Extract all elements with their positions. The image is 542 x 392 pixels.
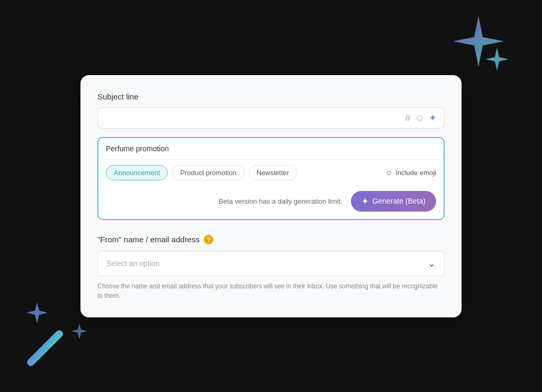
subject-line-label: Subject line bbox=[97, 92, 445, 101]
ai-tags-row: Announcement Product promotion Newslette… bbox=[98, 160, 444, 186]
emoji-face-icon: ☺ bbox=[385, 169, 392, 177]
help-icon[interactable]: ? bbox=[204, 235, 213, 244]
sparkle-icon[interactable]: ✦ bbox=[429, 113, 437, 123]
include-emoji-toggle[interactable]: ☺ Include emoji bbox=[385, 169, 436, 177]
generate-button-label: Generate (Beta) bbox=[373, 197, 426, 205]
ai-generation-box: Announcement Product promotion Newslette… bbox=[97, 137, 445, 220]
beta-note: Beta version has a daily generation limi… bbox=[219, 197, 342, 205]
from-section: "From" name / email address ? Select an … bbox=[97, 235, 445, 300]
from-hint-text: Choose the name and email address that y… bbox=[97, 281, 445, 300]
tag-newsletter[interactable]: Newsletter bbox=[249, 165, 297, 180]
main-card: Subject line # ☺ ✦ Announcement Product … bbox=[80, 75, 462, 317]
ai-text-input[interactable] bbox=[106, 144, 436, 153]
ai-footer: Beta version has a daily generation limi… bbox=[98, 186, 444, 219]
tag-announcement[interactable]: Announcement bbox=[106, 165, 168, 180]
emoji-icon[interactable]: ☺ bbox=[415, 113, 424, 123]
ai-input-row bbox=[98, 138, 444, 160]
hash-icon[interactable]: # bbox=[405, 113, 411, 123]
from-label: "From" name / email address bbox=[97, 235, 200, 244]
subject-input[interactable] bbox=[105, 114, 405, 122]
from-label-row: "From" name / email address ? bbox=[97, 235, 445, 244]
generate-button[interactable]: ✦ Generate (Beta) bbox=[351, 191, 436, 212]
svg-rect-0 bbox=[25, 329, 65, 368]
tag-product-promotion[interactable]: Product promotion bbox=[172, 165, 244, 180]
subject-input-wrapper: # ☺ ✦ bbox=[97, 107, 445, 129]
select-placeholder: Select an option bbox=[106, 259, 159, 268]
from-select[interactable]: Select an option ⌄ bbox=[97, 251, 445, 276]
include-emoji-label: Include emoji bbox=[395, 169, 436, 177]
generate-sparkle-icon: ✦ bbox=[362, 196, 368, 206]
chevron-down-icon: ⌄ bbox=[428, 258, 436, 269]
subject-icons: # ☺ ✦ bbox=[405, 113, 437, 123]
